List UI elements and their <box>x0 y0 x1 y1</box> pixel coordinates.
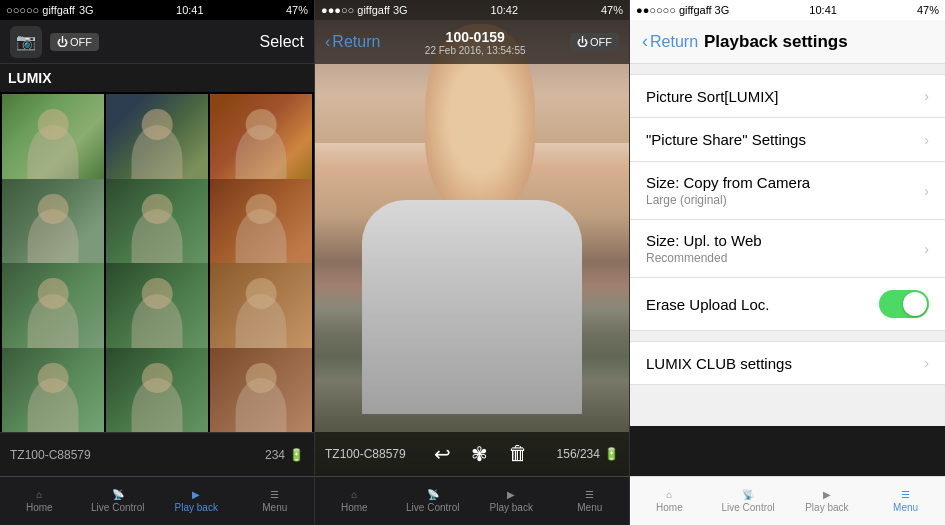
toggle-knob <box>903 292 927 316</box>
gallery-statusbar: ○○○○○ giffgaff 3G 10:41 47% <box>0 0 314 20</box>
viewer-power-label: OFF <box>590 36 612 48</box>
settings-back-label: Return <box>650 33 698 51</box>
viewer-playback-icon: ▶ <box>507 489 515 500</box>
settings-menu-icon: ☰ <box>901 489 910 500</box>
live-control-icon: 📡 <box>112 489 124 500</box>
settings-header: ‹ Return Playback settings <box>630 20 945 64</box>
power-button[interactable]: ⏻ OFF <box>50 33 99 51</box>
nav-live-control-label: Live Control <box>91 502 144 513</box>
delete-icon[interactable]: 🗑 <box>508 442 528 466</box>
settings-row-picture-share[interactable]: "Picture Share" Settings › <box>630 118 945 162</box>
viewer-nav-live[interactable]: 📡 Live Control <box>394 477 473 525</box>
viewer-time: 10:42 <box>491 4 519 16</box>
playback-icon: ▶ <box>192 489 200 500</box>
gallery-count: 234 <box>265 448 285 462</box>
picture-share-chevron: › <box>924 132 929 148</box>
power-icon: ⏻ <box>57 36 68 48</box>
gallery-time: 10:41 <box>176 4 204 16</box>
viewer-photo-display <box>315 0 629 476</box>
viewer-return-label: Return <box>332 33 380 51</box>
photo-thumb-11[interactable] <box>106 348 208 433</box>
settings-row-lumix-club[interactable]: LUMIX CLUB settings › <box>630 341 945 385</box>
viewer-nav-playback-label: Play back <box>490 502 533 513</box>
lumix-club-chevron: › <box>924 355 929 371</box>
viewer-nav-home[interactable]: ⌂ Home <box>315 477 394 525</box>
viewer-network: 3G <box>393 4 408 16</box>
select-button[interactable]: Select <box>260 33 304 51</box>
settings-nav-menu[interactable]: ☰ Menu <box>866 477 945 525</box>
erase-upload-label: Erase Upload Loc. <box>646 296 769 313</box>
size-copy-label: Size: Copy from Camera <box>646 174 810 191</box>
viewer-statusbar: ●●●○○ giffgaff 3G 10:42 47% <box>315 0 629 20</box>
nav-playback-label: Play back <box>175 502 218 513</box>
gallery-bottom-nav: ⌂ Home 📡 Live Control ▶ Play back ☰ Menu <box>0 476 314 525</box>
settings-panel: ●●○○○○ giffgaff 3G 10:41 47% ‹ Return Pl… <box>630 0 945 525</box>
gallery-album-title: LUMIX <box>8 70 52 86</box>
nav-home[interactable]: ⌂ Home <box>0 477 79 525</box>
paw-icon[interactable]: ✾ <box>471 442 488 466</box>
settings-nav-menu-label: Menu <box>893 502 918 513</box>
settings-gap <box>630 331 945 341</box>
settings-nav-home[interactable]: ⌂ Home <box>630 477 709 525</box>
viewer-battery-icon: 🔋 <box>604 447 619 461</box>
nav-playback[interactable]: ▶ Play back <box>157 477 236 525</box>
viewer-datetime: 22 Feb 2016, 13:54:55 <box>425 45 526 56</box>
viewer-nav-menu-label: Menu <box>577 502 602 513</box>
settings-nav-live[interactable]: 📡 Live Control <box>709 477 788 525</box>
viewer-panel: ●●●○○ giffgaff 3G 10:42 47% ‹ Return 100… <box>315 0 630 525</box>
settings-nav-playback[interactable]: ▶ Play back <box>788 477 867 525</box>
viewer-nav-playback[interactable]: ▶ Play back <box>472 477 551 525</box>
settings-time: 10:41 <box>809 4 837 16</box>
viewer-action-icons: ↩ ✾ 🗑 <box>434 442 528 466</box>
viewer-topbar: ‹ Return 100-0159 22 Feb 2016, 13:54:55 … <box>315 20 629 64</box>
settings-row-size-copy[interactable]: Size: Copy from Camera Large (original) … <box>630 162 945 220</box>
viewer-battery: 47% <box>601 4 623 16</box>
menu-icon: ☰ <box>270 489 279 500</box>
share-icon[interactable]: ↩ <box>434 442 451 466</box>
settings-row-picture-sort[interactable]: Picture Sort[LUMIX] › <box>630 74 945 118</box>
settings-nav-home-label: Home <box>656 502 683 513</box>
camera-icon[interactable]: 📷 <box>10 26 42 58</box>
gallery-filename: TZ100-C88579 <box>10 448 91 462</box>
power-label: OFF <box>70 36 92 48</box>
gallery-toolbar: 📷 ⏻ OFF Select <box>0 20 314 64</box>
settings-nav-live-label: Live Control <box>721 502 774 513</box>
settings-page-title: Playback settings <box>704 32 848 52</box>
viewer-home-icon: ⌂ <box>351 489 357 500</box>
gallery-footer: TZ100-C88579 234 🔋 <box>0 432 314 476</box>
photo-thumb-10[interactable] <box>2 348 104 433</box>
gallery-battery: 47% <box>286 4 308 16</box>
settings-row-size-upload[interactable]: Size: Upl. to Web Recommended › <box>630 220 945 278</box>
size-upload-label: Size: Upl. to Web <box>646 232 762 249</box>
battery-icon: 🔋 <box>289 448 304 462</box>
viewer-nav-live-label: Live Control <box>406 502 459 513</box>
gallery-carrier: ○○○○○ giffgaff <box>6 4 75 16</box>
nav-home-label: Home <box>26 502 53 513</box>
gallery-title-bar: LUMIX <box>0 64 314 92</box>
settings-row-erase-upload[interactable]: Erase Upload Loc. <box>630 278 945 331</box>
settings-network: 3G <box>715 4 730 16</box>
viewer-nav-menu[interactable]: ☰ Menu <box>551 477 630 525</box>
settings-home-icon: ⌂ <box>666 489 672 500</box>
erase-upload-toggle[interactable] <box>879 290 929 318</box>
viewer-power-icon: ⏻ <box>577 36 588 48</box>
viewer-filename: 100-0159 <box>425 29 526 45</box>
viewer-return-button[interactable]: ‹ Return <box>325 33 380 51</box>
viewer-carrier: ●●●○○ giffgaff <box>321 4 390 16</box>
settings-back-button[interactable]: ‹ Return <box>642 31 698 52</box>
viewer-power-button[interactable]: ⏻ OFF <box>570 33 619 51</box>
viewer-main-photo[interactable] <box>315 0 629 476</box>
photo-thumb-12[interactable] <box>210 348 312 433</box>
viewer-bottombar: TZ100-C88579 ↩ ✾ 🗑 156/234 🔋 <box>315 432 629 476</box>
nav-menu-label: Menu <box>262 502 287 513</box>
settings-playback-icon: ▶ <box>823 489 831 500</box>
nav-menu[interactable]: ☰ Menu <box>236 477 315 525</box>
picture-sort-chevron: › <box>924 88 929 104</box>
settings-statusbar: ●●○○○○ giffgaff 3G 10:41 47% <box>630 0 945 20</box>
settings-nav-playback-label: Play back <box>805 502 848 513</box>
nav-live-control[interactable]: 📡 Live Control <box>79 477 158 525</box>
settings-carrier: ●●○○○○ giffgaff <box>636 4 712 16</box>
viewer-bottom-nav: ⌂ Home 📡 Live Control ▶ Play back ☰ Menu <box>315 476 629 525</box>
settings-back-chevron: ‹ <box>642 31 648 52</box>
viewer-live-icon: 📡 <box>427 489 439 500</box>
